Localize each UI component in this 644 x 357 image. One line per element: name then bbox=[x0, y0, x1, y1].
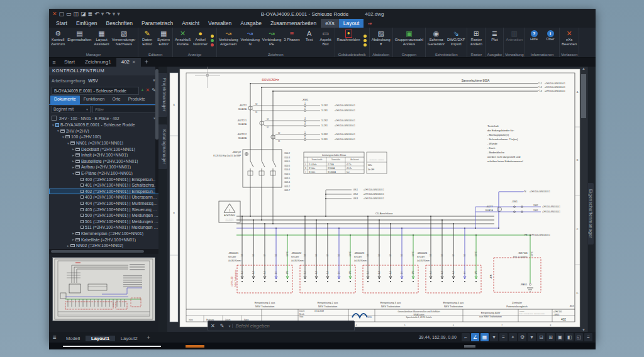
layout-tab-layout1[interactable]: Layout1 bbox=[86, 336, 115, 341]
tree-item-10[interactable]: 401 (=2HV.100+NN01) | Schaltschrankb bbox=[49, 182, 158, 189]
annotation-icon[interactable]: ≡ bbox=[499, 333, 508, 341]
ribbon-tab-layout[interactable]: Layout bbox=[339, 19, 364, 28]
ribbon-tab-parametrisch[interactable]: Parametrisch bbox=[137, 19, 177, 28]
add-project-icon[interactable]: + bbox=[141, 87, 144, 94]
connection-general-button[interactable]: ↝Verbindung Allgemein bbox=[218, 28, 239, 52]
ribbon-tab-ansicht[interactable]: Ansicht bbox=[177, 19, 204, 28]
expander-icon[interactable]: ▾ bbox=[56, 129, 60, 133]
exit-button[interactable]: ✕eXs Beenden bbox=[560, 28, 578, 52]
qat-more-icon[interactable]: ▾ bbox=[117, 10, 120, 18]
panel-tab-produkte[interactable]: Produkte bbox=[125, 96, 149, 104]
expander-icon[interactable]: ▸ bbox=[71, 153, 75, 157]
command-input[interactable] bbox=[233, 323, 354, 329]
data-editor-button[interactable]: ✎Daten Editor bbox=[139, 28, 155, 52]
expander-icon[interactable]: ▸ bbox=[71, 159, 75, 163]
expander-icon[interactable]: ▾ bbox=[71, 172, 75, 175]
expander-icon[interactable]: ▸ bbox=[71, 165, 75, 169]
expander-icon[interactable]: ▾ bbox=[51, 123, 55, 127]
undo-chevron-icon[interactable]: ▾ bbox=[101, 10, 104, 18]
tree-item-6[interactable]: ▸Bauteilliste (=2HV.100+NN01) bbox=[49, 158, 158, 165]
layout-tab-layout2[interactable]: Layout2 bbox=[115, 336, 143, 341]
drawing-scrollbar[interactable]: ▲ ▼ bbox=[580, 67, 587, 332]
ribbon-tab-zusammenarbeiten[interactable]: Zusammenarbeiten bbox=[266, 19, 321, 28]
workspace-row[interactable]: Arbeitsumgebung WSV ▼ bbox=[49, 75, 158, 85]
panel-tab-funktionen[interactable]: Funktionen bbox=[80, 96, 109, 104]
expander-icon[interactable]: ▸ bbox=[71, 231, 75, 235]
gear-icon[interactable]: ⚙ bbox=[518, 333, 526, 341]
grid-change-button[interactable]: ⊞Raster ändern bbox=[468, 28, 484, 52]
remove-project-icon[interactable]: ✕ bbox=[146, 87, 150, 94]
fullscreen-icon[interactable]: ◱ bbox=[575, 333, 583, 341]
aspect-box-button[interactable]: ▭Aspekt Box bbox=[318, 28, 334, 52]
tree-item-20[interactable]: ▸NN02 (=2HV.100+NN02) bbox=[49, 243, 158, 249]
filter-input[interactable] bbox=[92, 106, 156, 113]
new-file-icon[interactable]: ▢ bbox=[59, 10, 65, 18]
layout-menu-icon[interactable]: ≡ bbox=[49, 334, 60, 341]
tree-item-7[interactable]: ▸Aufbau (=2HV.100+NN01) bbox=[49, 164, 158, 170]
animation-button[interactable]: ▥Animation bbox=[504, 28, 524, 52]
ribbon-tab-verwalten[interactable]: Verwalten bbox=[204, 19, 236, 28]
tree-item-3[interactable]: ▾NN01 (=2HV.100+NN01) bbox=[49, 140, 158, 146]
expander-icon[interactable]: ▸ bbox=[71, 238, 75, 241]
bulb-icon[interactable] bbox=[364, 43, 367, 47]
redo-chevron-icon[interactable]: ▾ bbox=[113, 10, 116, 18]
doc-tab-402[interactable]: 402✕ bbox=[116, 58, 141, 67]
ribbon-tab-start[interactable]: Start bbox=[52, 19, 72, 28]
title-bar[interactable]: ✕▢▭◫◪≣↶▾↷▾▾ B-OYAJ4009.E.0001 - Schleuse… bbox=[49, 9, 596, 19]
ortho-icon[interactable]: ∠ bbox=[471, 333, 479, 341]
tree-item-12[interactable]: 403 (=2HV.100+NN01) | Überspannung bbox=[49, 194, 158, 200]
tree-item-0[interactable]: ▾B-OYAJ4009.E.0001 - Schleuse Rodde bbox=[49, 122, 158, 128]
article-number-button[interactable]: ●Artikel Nummer bbox=[192, 28, 209, 52]
bulb-icon[interactable] bbox=[211, 35, 214, 38]
workspace-value[interactable]: WSV bbox=[88, 79, 97, 83]
three-phases-button[interactable]: ≡3 Phasen bbox=[282, 28, 301, 52]
bulb-icon[interactable] bbox=[364, 39, 367, 42]
ribbon-tab-exs[interactable]: eXs bbox=[321, 19, 339, 28]
bulb-icon[interactable] bbox=[211, 39, 214, 42]
chevron-down-icon[interactable]: ▾ bbox=[226, 324, 233, 328]
panel-tab-orte[interactable]: Orte bbox=[108, 96, 124, 104]
bulb-icon[interactable] bbox=[211, 43, 214, 47]
tree-item-19[interactable]: ▸Kabelliste (=2HV.100+NN01) bbox=[49, 236, 158, 243]
about-button[interactable]: iÜber bbox=[542, 28, 558, 52]
tree-item-17[interactable]: 511 (=2HV.100+NN01) | Meldungen SP bbox=[49, 224, 158, 231]
doc-tab-zeichnung1[interactable]: Zeichnung1 bbox=[80, 58, 116, 67]
preview-thumbnail[interactable] bbox=[52, 257, 155, 321]
tree-scrollbar[interactable] bbox=[155, 67, 158, 194]
ribbon-tab-einfügen[interactable]: Einfügen bbox=[72, 19, 102, 28]
new-doc-tab-button[interactable]: + bbox=[141, 58, 152, 67]
tree-item-11[interactable]: 402 (=2HV.100+NN01) | Einspeisung 40 bbox=[49, 189, 158, 195]
expander-icon[interactable]: ▾ bbox=[61, 135, 65, 139]
print-icon[interactable]: ≣ bbox=[88, 10, 93, 18]
display-toggle-icons[interactable] bbox=[209, 28, 216, 52]
scrollbar-thumb[interactable] bbox=[581, 74, 586, 118]
command-bar[interactable]: ✕ ✎ ▾ bbox=[208, 321, 355, 331]
osnap-icon[interactable]: ⌖ bbox=[509, 333, 517, 341]
tray-icon[interactable]: ⊟ bbox=[537, 333, 545, 341]
connection-n-button[interactable]: ↝Verbindung N bbox=[239, 28, 260, 52]
usage-report-button[interactable]: ▧Verwendungs- Nachweis bbox=[111, 28, 137, 52]
bulb-icon[interactable] bbox=[364, 35, 367, 38]
tree-item-2[interactable]: ▾100 (=2HV.100) bbox=[49, 134, 158, 140]
schematic-canvas[interactable]: ABABCD12345678400VAC50HzSammelschiene 80… bbox=[167, 67, 588, 332]
sheet-preview-pane[interactable] bbox=[49, 254, 158, 332]
projektmanager-tab[interactable]: Projektmanager bbox=[158, 73, 167, 117]
app-logo[interactable]: ✕ bbox=[52, 10, 57, 18]
dwg-dxf-import-button[interactable]: ⇘DWG/DXF Import bbox=[446, 28, 466, 52]
tree-item-15[interactable]: 500 (=2HV.100+NN01) | Meldungen SP bbox=[49, 212, 158, 219]
scrollbar-thumb[interactable] bbox=[155, 69, 158, 140]
katalogmanager-tab[interactable]: Katalogmanager bbox=[158, 124, 167, 170]
project-select[interactable]: B-OYAJ4009.E.0001 - Schleuse Rodde bbox=[52, 87, 139, 95]
tree-item-8[interactable]: ▾E-Pläne (=2HV.100+NN01) bbox=[49, 170, 158, 177]
building-toggle-icons[interactable] bbox=[362, 28, 369, 52]
tree-item-13[interactable]: 404 (=2HV.100+NN01) | Multimessgerä bbox=[49, 200, 158, 207]
status-menu-icon[interactable]: ≡ bbox=[584, 333, 592, 341]
group-select-button[interactable]: ▣Gruppenauswahl An/Aus bbox=[394, 28, 425, 52]
add-layout-button[interactable]: + bbox=[143, 334, 154, 341]
ribbon-tab-beschriften[interactable]: Beschriften bbox=[102, 19, 138, 28]
panel-tab-dokumente[interactable]: Dokumente bbox=[50, 96, 80, 104]
expander-icon[interactable]: ▾ bbox=[66, 141, 70, 145]
grid-chevron-icon[interactable]: ▾ bbox=[490, 333, 498, 341]
drawing-area[interactable]: ABABCD12345678400VAC50HzSammelschiene 80… bbox=[167, 67, 588, 332]
tree-item-14[interactable]: 405 (=2HV.100+NN01) | Steuerung Leist bbox=[49, 206, 158, 212]
